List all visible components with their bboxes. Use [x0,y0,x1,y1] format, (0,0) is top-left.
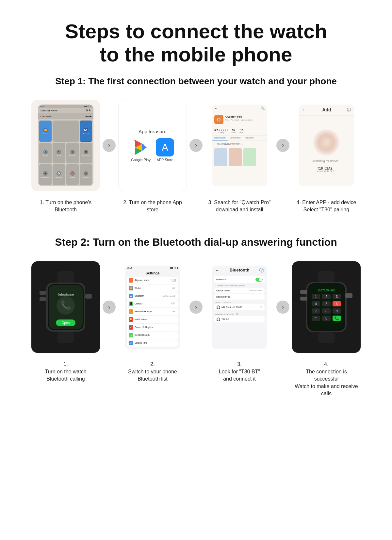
paired-device-item[interactable]: 🎧 MB Bluetooth 79698 ⚙ [214,304,265,310]
step1-card3-wrap: ← 🔍 Q QWatch Pro Free · Ad check · Manua… [205,100,292,191]
hotspot-icon: 🔗 [129,309,133,314]
watch-svg: Telephone 📞 Open [40,271,92,343]
app-store-label: APP Store [156,158,173,162]
step2-title: Step 2: Turn on the Bluetooth dial-up an… [13,236,379,248]
step1-card4: ← Add ⓘ Searching for device... T18_02A2… [292,100,361,191]
settings-item-airplane[interactable]: ✈ Airplane Mode [127,277,178,284]
bluetooth-toggle[interactable] [255,278,263,282]
bluetooth-settings-icon: ⛾ [129,294,133,298]
settings-item-wlan[interactable]: 📶 WLAN Off› [127,285,178,292]
flashlight-tile: 🔦 Flashlight [39,143,52,163]
settings-item-notifications[interactable]: 🔔 Notifications › [127,316,178,323]
qwatch-icon: Q [214,115,223,124]
available-device-item[interactable]: 🎧 T18 BT [214,316,265,322]
airplane-toggle[interactable] [171,279,176,282]
step1-card2-wrap: App treasure [118,100,205,191]
step1-card1-wrap: xiaomi ■■■ 12:17 Control Panel ⚙ ✎ ♪ Not… [31,100,118,191]
caption-s2-2: 2. Switch to your phone Bluetooth list [118,361,187,383]
caption4: 4. Enter APP - add device Select "T30" p… [292,199,361,214]
settings-item-screentime[interactable]: ⏱ Screen Time › [127,339,178,347]
arrow-s2-2: › [189,301,203,314]
svg-text:A: A [162,142,168,153]
app-stats: 3.7 ★★★★☆ 3 ratings 5K Installs 18+ Rate… [212,127,267,136]
watch-connected-svg: 15678654980 1 2 3 4 5 6 7 [300,271,352,343]
step2-card3: ← Bluetooth ? Bluetooth Currently visibl… [205,261,274,353]
bt-device-name-row[interactable]: Device name HUAWEI P40 › [214,288,265,293]
watch-telephone-img: Telephone 📞 Open [36,268,95,346]
headphones-icon: 🎧 [216,305,220,309]
device-info: T18_02A2 02:42:33:42:08:31 [317,167,335,172]
svg-text:7: 7 [315,309,317,313]
step2-cards-row: Telephone 📞 Open › [13,261,379,353]
step2-card1-wrap: Telephone 📞 Open › [31,261,118,353]
settings-item-dnd[interactable]: 🌙 Do Not Disturb › [127,332,178,339]
tab-comments[interactable]: Comments [228,136,243,140]
svg-rect-15 [85,294,92,299]
stat-rating: 3.7 ★★★★☆ 3 ratings [214,129,228,134]
settings-item-hotspot[interactable]: 🔗 Personal Hotspot Off› [127,308,178,315]
app-treasure-label: App treasure [139,129,167,134]
data-tile: 📡 Mobile data [53,164,65,185]
arrow3: › [276,139,289,152]
bt-toggle-row[interactable]: Bluetooth [214,276,265,283]
settings-item-cellular[interactable]: 📱 Cellular 打开› [127,300,178,307]
available-devices-label: AVAILABLE DEVICES ↺ [214,311,265,316]
google-play-wrap: Google Play [131,138,151,162]
paired-devices-label: PAIRED DEVICES [214,300,265,304]
device-mac: 02:42:33:42:08:31 [317,170,335,172]
step2-card4-wrap: 15678654980 1 2 3 4 5 6 7 [292,261,361,353]
arrow-s2-3: › [276,301,289,314]
settings-item-sounds[interactable]: 🔊 Sounds & Haptics › [127,324,178,331]
add-device-screen: ← Add ⓘ Searching for device... T18_02A2… [299,105,354,186]
store-icons-row: Google Play A APP Store [131,138,174,162]
arrow2: › [189,139,203,152]
screenshot-3 [243,148,256,166]
info-icon[interactable]: ⓘ [347,107,351,113]
app-details: QWatch Pro Free · Ad check · Manual chec… [225,115,253,121]
svg-text:8: 8 [325,309,327,313]
notifications-icon: 🔔 [129,317,133,322]
refresh-icon[interactable]: ↺ [236,312,239,316]
svg-text:1: 1 [315,295,317,299]
svg-rect-21 [57,332,74,343]
gear-icon[interactable]: ⚙ [260,305,263,309]
searching-text: Searching for device... [312,159,341,163]
app-store-icon: A [156,138,174,156]
searching-animation [313,129,339,155]
screenshot-tile: 📷 Screen shot [80,164,92,185]
settings-screen: 2:18 ▮▮▮ 4G ▮ Settings ✈ Airplane Mode [125,266,180,349]
svg-text:*: * [315,317,317,320]
step2-card2-wrap: 2:18 ▮▮▮ 4G ▮ Settings ✈ Airplane Mode [118,261,205,353]
bt-received-row[interactable]: Received files › [214,294,265,300]
back-arrow-icon[interactable]: ← [302,107,306,112]
sounds-icon: 🔊 [129,325,133,330]
main-title: Steps to connect the watch to the mobile… [65,20,327,66]
bluetooth-settings-screen: ← Bluetooth ? Bluetooth Currently visibl… [212,266,267,349]
settings-item-bluetooth[interactable]: ⛾ Bluetooth Not Connected› [127,292,178,300]
svg-rect-54 [318,332,335,343]
svg-text:Telephone: Telephone [57,292,74,296]
cellular-icon: 📱 [129,302,133,306]
location-tile: 📍 Location [66,164,79,185]
watch-bt-icon: 🎧 [216,318,220,321]
step2-card4: 15678654980 1 2 3 4 5 6 7 [292,261,361,353]
svg-text:📞: 📞 [335,316,339,320]
tab-introduction[interactable]: Introduction [212,136,228,140]
bt-help-icon[interactable]: ? [259,268,264,272]
svg-text:6: 6 [336,302,338,306]
stat-installs: 5K Installs [231,129,236,134]
svg-text:3: 3 [336,295,338,299]
step2-card2: 2:18 ▮▮▮ 4G ▮ Settings ✈ Airplane Mode [118,261,187,353]
bt-title: Bluetooth [230,268,250,272]
step1-section: Step 1: The first connection between you… [13,76,379,214]
svg-rect-14 [40,297,46,301]
bt-back-icon[interactable]: ← [215,268,220,273]
app-screenshots [212,147,267,168]
svg-rect-13 [40,291,46,295]
tile2 [53,121,79,142]
step2-card3-wrap: ← Bluetooth ? Bluetooth Currently visibl… [205,261,292,353]
tab-featured[interactable]: Featured [242,136,255,140]
step2-section: Step 2: Turn on the Bluetooth dial-up an… [13,236,379,397]
device-name: T18_02A2 [317,167,335,170]
svg-text:5: 5 [325,302,327,306]
